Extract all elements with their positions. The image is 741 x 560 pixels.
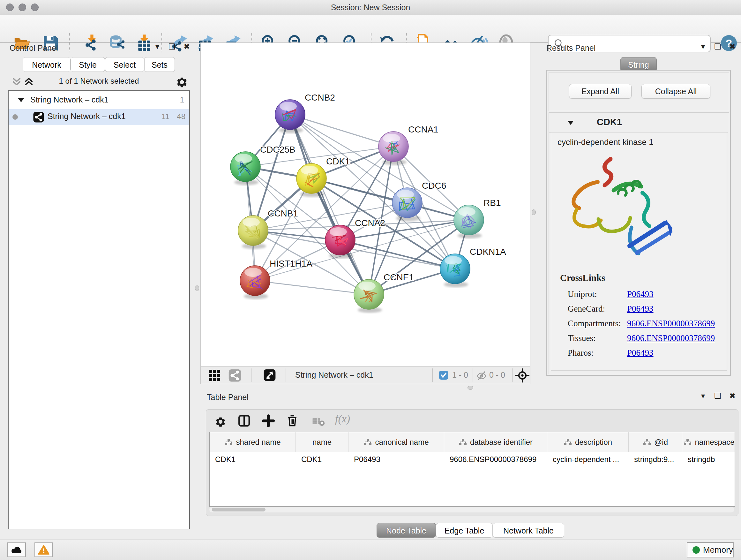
network-options-gear-icon[interactable] [175,74,189,88]
results-panel-window-controls: ▾❑✖ [696,42,740,51]
float-panel-icon[interactable]: ❑ [711,42,725,51]
cloud-button[interactable] [7,543,26,557]
network-node-CCNB2[interactable] [275,100,305,130]
selected-count: 1 - 0 [452,370,468,380]
hidden-eye-slash-icon[interactable] [476,370,487,381]
crosslink-label: Tissues: [568,333,596,343]
network-node-RB1[interactable] [454,205,484,235]
column-header-id[interactable]: @id [629,432,682,452]
table-cell[interactable]: stringdb [682,452,735,467]
horizontal-splitter-handle[interactable] [468,386,473,390]
collapse-all-networks-icon[interactable] [11,76,22,87]
scrollbar-thumb[interactable] [212,508,266,511]
float-panel-icon[interactable]: ❑ [711,391,725,400]
network-node-CCNA1[interactable] [379,132,408,162]
delete-table-icon [312,417,325,427]
window-title: Session: New Session [0,3,741,12]
tab-select[interactable]: Select [105,57,144,72]
table-horizontal-scrollbar[interactable] [209,507,734,512]
cdk1-section: CDK1 cyclin-dependent kinase 1 [549,112,729,374]
cdk1-section-header[interactable]: CDK1 [549,113,728,133]
crosslink-link[interactable]: P06493 [627,348,654,358]
collapse-panel-icon[interactable]: ▾ [696,391,711,400]
column-header-databaseidentifier[interactable]: database identifier [444,432,547,452]
string-network-icon [33,111,44,123]
right-splitter-handle[interactable] [532,209,536,215]
crosslink-link[interactable]: P06493 [627,304,654,314]
crosslink-label: Pharos: [568,348,594,358]
tab-sets[interactable]: Sets [144,57,175,72]
fit-selected-crosshair-icon[interactable] [515,368,529,382]
tab-style[interactable]: Style [71,57,105,72]
collapse-panel-icon[interactable]: ▾ [150,42,165,51]
selected-checkbox-icon[interactable] [439,370,448,380]
network-row-selected[interactable]: String Network – cdk1 11 48 [9,109,189,125]
network-collection-row[interactable]: String Network – cdk1 1 [9,92,189,109]
import-network-icon[interactable] [83,34,101,52]
table-cell[interactable]: CDK1 [210,452,296,467]
table-cell[interactable]: cyclin-dependent ... [547,452,629,467]
crosslink-link[interactable]: 9606.ENSP00000378699 [627,333,715,343]
delete-column-trash-icon[interactable] [285,414,299,428]
node-label-CCNA1: CCNA1 [408,125,439,134]
node-label-CCNB1: CCNB1 [268,208,298,219]
node-label-CCNE1: CCNE1 [384,272,414,282]
tab-network[interactable]: Network [23,57,71,72]
add-row-plus-icon[interactable] [262,414,275,428]
network-tree: String Network – cdk1 1 String Network –… [8,90,190,530]
network-node-HIST1H1A[interactable] [240,266,270,296]
network-canvas[interactable]: CCNB2CCNA1CDC25BCDK1CDC6RB1CCNB1CCNA2CDK… [200,43,530,366]
close-panel-icon[interactable]: ✖ [179,42,194,51]
birdseye-grid-icon[interactable] [208,369,220,381]
results-panel-title: Results Panel [546,44,596,53]
tab-edge-table[interactable]: Edge Table [436,523,493,538]
collapse-all-button[interactable]: Collapse All [642,84,711,99]
add-column-icon[interactable] [238,414,251,428]
column-header-sharedname[interactable]: shared name [210,432,296,452]
expand-all-networks-icon[interactable] [23,76,35,87]
table-cell[interactable]: stringdb:9... [629,452,682,467]
crosslink-link[interactable]: 9606.ENSP00000378699 [627,319,715,328]
network-node-CDC25B[interactable] [230,152,260,182]
network-status-dot [12,114,18,120]
warning-button[interactable] [35,543,53,557]
table-cell[interactable]: CDK1 [296,452,348,467]
memory-button[interactable]: Memory [687,542,734,557]
network-node-CDK1[interactable] [296,164,327,193]
node-label-HIST1H1A: HIST1H1A [270,259,313,268]
network-node-CCNE1[interactable] [354,279,384,309]
cdk1-details-card: cyclin-dependent kinase 1 [551,132,727,371]
network-node-CDC6[interactable] [392,188,422,218]
section-collapse-icon[interactable] [567,120,575,125]
table-cell[interactable]: P06493 [348,452,444,467]
column-header-canonicalname[interactable]: canonical name [348,432,444,452]
collapse-panel-icon[interactable]: ▾ [696,42,711,51]
open-in-new-window-icon[interactable] [263,369,276,381]
tab-node-table[interactable]: Node Table [377,523,436,538]
column-header-namespace[interactable]: namespace [682,432,735,452]
network-node-CDKN1A[interactable] [440,254,470,284]
table-settings-gear-icon[interactable] [214,414,227,428]
column-header-description[interactable]: description [547,432,629,452]
status-bar: Memory [0,540,741,560]
float-panel-icon[interactable]: ❑ [165,42,179,51]
left-splitter-handle[interactable] [195,286,199,291]
tab-network-table[interactable]: Network Table [493,523,564,538]
node-label-CDKN1A: CDKN1A [470,247,506,257]
hidden-count: 0 - 0 [489,370,505,380]
column-header-name[interactable]: name [296,432,348,452]
tree-expand-icon[interactable] [17,97,24,103]
crosslink-link[interactable]: P06493 [627,289,654,299]
network-node-CCNA2[interactable] [325,225,355,255]
network-selection-status: 1 of 1 Network selected [38,77,159,85]
import-database-icon[interactable] [110,34,128,52]
cloud-icon [10,545,23,555]
application-window: Session: New Session ? Control Panel ▾❑✖… [0,0,741,560]
close-panel-icon[interactable]: ✖ [725,42,740,51]
expand-all-button[interactable]: Expand All [569,84,631,99]
table-cell[interactable]: 9606.ENSP00000378699 [444,452,547,467]
memory-label: Memory [703,545,733,555]
close-panel-icon[interactable]: ✖ [725,391,740,400]
network-type-share-icon[interactable] [228,369,242,382]
network-node-CCNB1[interactable] [238,215,268,246]
